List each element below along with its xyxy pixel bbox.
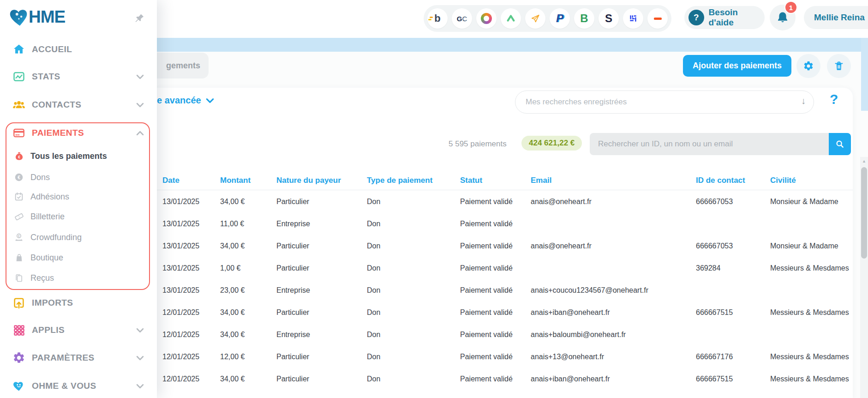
cell-type: Don (367, 308, 460, 317)
search-help-icon[interactable]: ? (830, 91, 838, 107)
add-payments-button[interactable]: Ajouter des paiements (683, 55, 791, 77)
b-logo-icon[interactable]: b (427, 8, 448, 29)
cell-type: Don (367, 220, 460, 228)
table-row[interactable]: 12/01/2025 12,00 € Particulier Don Paiem… (148, 346, 853, 368)
sidebar-item-ohme-et-vous[interactable]: OHME & VOUS (0, 375, 157, 397)
paypal-logo-icon[interactable]: P (550, 8, 570, 29)
cell-civilite: Messieurs & Mesdames (770, 375, 853, 383)
table-row[interactable]: 13/01/2025 23,00 € Entreprise Don Paieme… (148, 279, 853, 302)
sidebar-item-contacts[interactable]: CONTACTS (0, 94, 157, 116)
cell-civilite: Monsieur & Madame (770, 198, 853, 206)
cell-statut: Paiement validé (460, 331, 531, 339)
cell-montant: 11,00 € (220, 220, 276, 228)
stats-chart-icon (12, 70, 26, 84)
s-logo-icon[interactable]: S (599, 8, 619, 29)
ohme-logo[interactable]: HME (8, 6, 65, 29)
col-nature[interactable]: Nature du payeur (276, 176, 367, 185)
table-row[interactable]: 12/01/2025 34,00 € Particulier Don Paiem… (148, 368, 853, 390)
table-row[interactable]: 13/01/2025 34,00 € Particulier Don Paiem… (148, 191, 853, 213)
sidebar-item-stats[interactable]: STATS (0, 66, 157, 88)
sidebar-item-billetterie[interactable]: Billetterie (0, 206, 157, 227)
sidebar-item-imports[interactable]: IMPORTS (0, 292, 157, 314)
gear-icon (803, 60, 814, 72)
cell-montant: 23,00 € (220, 286, 276, 295)
sidebar: HME ACCUEIL STATS CONTACTS PAIEMENTS € T… (0, 0, 157, 398)
sidebar-item-parametres[interactable]: PARAMÈTRES (0, 347, 157, 369)
cell-statut: Paiement validé (460, 286, 531, 295)
cell-date: 12/01/2025 (162, 308, 220, 317)
col-statut[interactable]: Statut (460, 176, 531, 185)
help-button[interactable]: ? Besoin d'aide (684, 6, 765, 29)
sidebar-item-adhesions[interactable]: Adhésions (0, 187, 157, 207)
green-b-logo-icon[interactable]: B (574, 8, 594, 29)
sidebar-item-paiements[interactable]: PAIEMENTS (0, 122, 157, 144)
ohme-payments-page: b GC P B S ? Besoin d'aide 1 Mellie Rein… (0, 0, 868, 398)
user-name: Mellie Reina (814, 12, 865, 23)
cell-date: 13/01/2025 (162, 220, 220, 228)
cell-date: 13/01/2025 (162, 242, 220, 250)
cell-email: anais+iban@oneheart.fr (531, 375, 696, 383)
col-montant[interactable]: Montant (220, 176, 276, 185)
cell-type: Don (367, 375, 460, 383)
cell-date: 13/01/2025 (162, 264, 220, 272)
paper-plane-logo-icon[interactable] (525, 8, 545, 29)
heart-globe-icon (8, 6, 31, 29)
scrollbar-thumb[interactable] (861, 167, 867, 259)
sidebar-item-boutique[interactable]: Boutique (0, 247, 157, 268)
notification-badge: 1 (784, 1, 797, 14)
table-row[interactable]: 13/01/2025 11,00 € Entreprise Don Paieme… (148, 213, 853, 235)
cell-statut: Paiement validé (460, 242, 531, 250)
blue-maze-logo-icon[interactable] (623, 8, 643, 29)
ticket-icon (13, 211, 24, 222)
table-row[interactable]: 13/01/2025 1,00 € Particulier Don Paieme… (148, 257, 853, 279)
trash-icon (833, 60, 844, 72)
ring-logo-icon[interactable] (476, 8, 497, 29)
cell-type: Don (367, 264, 460, 272)
col-email[interactable]: Email (531, 176, 696, 185)
logo-text: HME (29, 7, 65, 27)
user-menu[interactable]: Mellie Reina (804, 6, 868, 29)
cell-montant: 34,00 € (220, 331, 276, 339)
cell-civilite: Monsieur & Madame (770, 242, 853, 250)
gc-logo-icon[interactable]: GC (452, 8, 472, 29)
cell-montant: 34,00 € (220, 375, 276, 383)
search-input[interactable] (590, 133, 829, 155)
sidebar-item-accueil[interactable]: ACCUEIL (0, 38, 157, 60)
cell-id-contact: 666667053 (696, 242, 770, 250)
scrollbar-blue-strip (861, 38, 868, 111)
saved-searches-input[interactable] (515, 90, 814, 114)
pin-sidebar-icon[interactable] (134, 13, 145, 24)
chevron-down-icon (136, 356, 144, 361)
col-date[interactable]: Date (162, 176, 220, 185)
settings-button[interactable] (796, 54, 820, 78)
col-type[interactable]: Type de paiement (367, 176, 460, 185)
apps-grid-icon (12, 323, 26, 337)
sidebar-item-crowdfunding[interactable]: € Crowdfunding (0, 227, 157, 247)
cell-montant: 34,00 € (220, 198, 276, 206)
col-civilite[interactable]: Civilité (770, 176, 853, 185)
table-header: Date Montant Nature du payeur Type de pa… (148, 171, 853, 190)
cell-id-contact: 666667515 (696, 375, 770, 383)
cell-civilite: Messieurs & Mesdames (770, 308, 853, 317)
table-row[interactable]: 13/01/2025 34,00 € Particulier Don Paiem… (148, 235, 853, 257)
svg-text:€: € (18, 155, 20, 159)
cell-nature: Entreprise (276, 220, 367, 228)
sidebar-item-tous-les-paiements[interactable]: € Tous les paiements (0, 146, 157, 166)
cell-nature: Particulier (276, 264, 367, 272)
sidebar-item-recus[interactable]: Reçus (0, 268, 157, 288)
chevron-down-icon (136, 103, 144, 108)
advanced-search-toggle[interactable]: e avancée (157, 95, 214, 106)
sidebar-item-applis[interactable]: APPLIS (0, 319, 157, 341)
search-button[interactable] (829, 133, 851, 155)
cell-email: anais@oneheart.fr (531, 198, 696, 206)
scrollbar-up-arrow[interactable]: ▲ (862, 159, 866, 163)
table-row[interactable]: 12/01/2025 34,00 € Particulier Don Paiem… (148, 302, 853, 324)
sidebar-item-dons[interactable]: € Dons (0, 167, 157, 187)
orange-dash-logo-icon[interactable] (647, 8, 668, 29)
delete-button[interactable] (827, 54, 851, 78)
col-id-contact[interactable]: ID de contact (696, 176, 770, 185)
download-arrow-icon[interactable]: ↓ (801, 96, 806, 106)
cell-date: 12/01/2025 (162, 353, 220, 361)
table-row[interactable]: 12/01/2025 34,00 € Entreprise Don Paieme… (148, 324, 853, 346)
green-caret-logo-icon[interactable] (501, 8, 521, 29)
